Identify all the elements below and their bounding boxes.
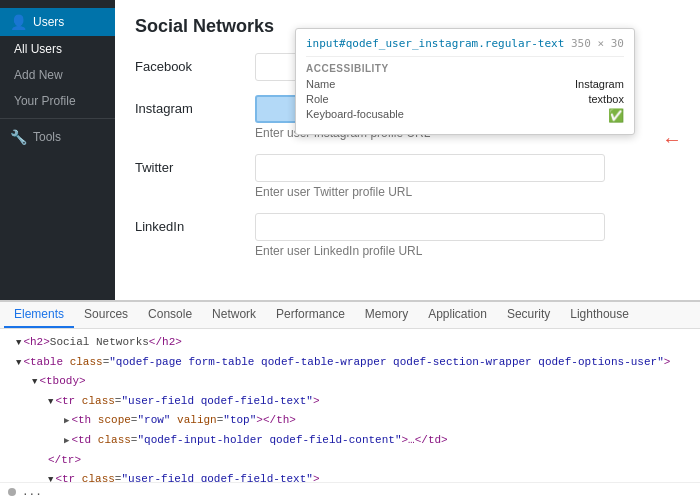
- sidebar-tools-label: Tools: [33, 130, 61, 144]
- facebook-label: Facebook: [135, 53, 255, 74]
- linkedin-hint: Enter user LinkedIn profile URL: [255, 244, 680, 258]
- sidebar-item-all-users[interactable]: All Users: [0, 36, 115, 62]
- triangle-icon[interactable]: ▼: [16, 356, 21, 370]
- sidebar-item-add-new[interactable]: Add New: [0, 62, 115, 88]
- linkedin-input[interactable]: [255, 213, 605, 241]
- devtools-tabs: Elements Sources Console Network Perform…: [0, 302, 700, 329]
- inspector-section-accessibility: ACCESSIBILITY: [306, 56, 624, 74]
- tab-memory[interactable]: Memory: [355, 302, 418, 328]
- tab-performance[interactable]: Performance: [266, 302, 355, 328]
- triangle-icon[interactable]: ▼: [16, 336, 21, 350]
- code-line: ▼<tr class="user-field qodef-field-text"…: [0, 392, 700, 412]
- twitter-field: Enter user Twitter profile URL: [255, 154, 680, 199]
- inspector-dimensions: 350 × 30: [571, 37, 624, 50]
- wp-admin-panel: 👤 Users All Users Add New Your Profile 🔧…: [0, 0, 700, 300]
- twitter-hint: Enter user Twitter profile URL: [255, 185, 680, 199]
- code-line: ▼<table class="qodef-page form-table qod…: [0, 353, 700, 373]
- inspector-name-val: Instagram: [575, 78, 624, 90]
- code-line: ▶<td class="qodef-input-holder qodef-fie…: [0, 431, 700, 451]
- linkedin-field: Enter user LinkedIn profile URL: [255, 213, 680, 258]
- twitter-row: Twitter Enter user Twitter profile URL: [135, 154, 680, 199]
- dot-button[interactable]: [8, 488, 16, 496]
- code-line: ▼<h2>Social Networks</h2>: [0, 333, 700, 353]
- all-users-label: All Users: [14, 42, 62, 56]
- inspector-keyboard-key: Keyboard-focusable: [306, 108, 404, 123]
- linkedin-row: LinkedIn Enter user LinkedIn profile URL: [135, 213, 680, 258]
- inspector-role-key: Role: [306, 93, 329, 105]
- triangle-icon[interactable]: ▶: [64, 414, 69, 428]
- tab-lighthouse[interactable]: Lighthouse: [560, 302, 639, 328]
- users-icon: 👤: [10, 14, 27, 30]
- tab-application[interactable]: Application: [418, 302, 497, 328]
- devtools-panel: Elements Sources Console Network Perform…: [0, 300, 700, 500]
- tab-network[interactable]: Network: [202, 302, 266, 328]
- add-new-label: Add New: [14, 68, 63, 82]
- inspector-keyboard-val: ✅: [608, 108, 624, 123]
- instagram-label: Instagram: [135, 95, 255, 116]
- check-icon: ✅: [608, 108, 624, 123]
- sidebar-item-your-profile[interactable]: Your Profile: [0, 88, 115, 114]
- inspector-row-role: Role textbox: [306, 93, 624, 105]
- tools-icon: 🔧: [10, 129, 27, 145]
- triangle-icon[interactable]: ▶: [64, 434, 69, 448]
- tab-console[interactable]: Console: [138, 302, 202, 328]
- admin-sidebar: 👤 Users All Users Add New Your Profile 🔧…: [0, 0, 115, 300]
- code-line: ▶<th scope="row" valign="top"></th>: [0, 411, 700, 431]
- tab-sources[interactable]: Sources: [74, 302, 138, 328]
- inspector-row-name: Name Instagram: [306, 78, 624, 90]
- inspector-tag-name: input#qodef_user_instagram.regular-text: [306, 37, 564, 50]
- triangle-icon[interactable]: ▼: [48, 473, 53, 482]
- inspector-name-key: Name: [306, 78, 335, 90]
- twitter-label: Twitter: [135, 154, 255, 175]
- tab-security[interactable]: Security: [497, 302, 560, 328]
- sidebar-item-tools[interactable]: 🔧 Tools: [0, 123, 115, 151]
- code-line: ▼<tbody>: [0, 372, 700, 392]
- inspector-role-val: textbox: [588, 93, 623, 105]
- sidebar-divider: [0, 118, 115, 119]
- inspector-tag: input#qodef_user_instagram.regular-text …: [306, 37, 624, 50]
- arrow-indicator: ←: [662, 128, 682, 151]
- triangle-icon[interactable]: ▼: [32, 375, 37, 389]
- twitter-input[interactable]: [255, 154, 605, 182]
- code-line: </tr>: [0, 451, 700, 471]
- sidebar-item-users[interactable]: 👤 Users: [0, 8, 115, 36]
- triangle-icon[interactable]: ▼: [48, 395, 53, 409]
- tab-elements[interactable]: Elements: [4, 302, 74, 328]
- linkedin-label: LinkedIn: [135, 213, 255, 234]
- your-profile-label: Your Profile: [14, 94, 76, 108]
- devtools-bottom-bar: ...: [0, 482, 700, 500]
- inspector-row-keyboard: Keyboard-focusable ✅: [306, 108, 624, 123]
- devtools-body: ▼<h2>Social Networks</h2> ▼<table class=…: [0, 329, 700, 482]
- devtools-path: ...: [22, 485, 42, 498]
- sidebar-users-label: Users: [33, 15, 64, 29]
- code-line: ▼<tr class="user-field qodef-field-text"…: [0, 470, 700, 482]
- inspector-popup: input#qodef_user_instagram.regular-text …: [295, 28, 635, 135]
- main-content: Social Networks input#qodef_user_instagr…: [115, 0, 700, 300]
